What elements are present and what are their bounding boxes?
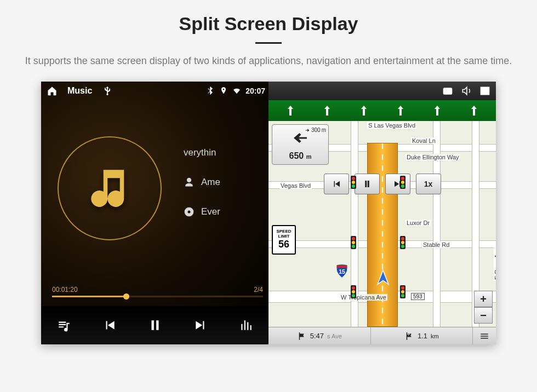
artist-name: Ame — [201, 177, 220, 188]
street-label: Stable Rd — [422, 241, 450, 248]
elapsed-time: 00:01:20 — [52, 286, 78, 293]
distance-badge: 593 — [411, 293, 425, 300]
usb-icon[interactable] — [102, 85, 113, 96]
traffic-light-icon — [400, 176, 405, 189]
eta-segment[interactable]: 5:47 s Ave — [268, 327, 371, 344]
navigation-pane: S Las Vegas Blvd Koval Ln Duke Ellington… — [268, 82, 496, 344]
home-icon[interactable] — [47, 85, 58, 96]
zoom-controls: + − — [474, 291, 493, 324]
device-screenshot: Music 20:07 verythin Ame Ever 00: — [41, 82, 496, 344]
volume-icon[interactable] — [461, 85, 472, 96]
track-counter: 2/4 — [254, 286, 263, 293]
lane-arrow-icon — [321, 104, 334, 117]
artist-icon — [184, 177, 195, 188]
map-canvas[interactable]: S Las Vegas Blvd Koval Ln Duke Ellington… — [268, 121, 496, 327]
svg-rect-7 — [408, 335, 409, 336]
title-underline — [255, 42, 282, 44]
music-header-label: Music — [67, 86, 92, 96]
eta-sub: s Ave — [327, 333, 342, 339]
track-info: verythin Ame Ever — [184, 147, 220, 217]
svg-point-1 — [447, 90, 449, 93]
street-label: S Las Vegas Blvd — [367, 122, 416, 129]
lane-arrow-icon — [284, 104, 297, 117]
album-art — [58, 136, 162, 240]
vehicle-cursor-icon — [374, 269, 392, 287]
street-label: Koval Ln — [411, 137, 437, 144]
eq-icon[interactable] — [239, 318, 253, 332]
checkered-flag-icon — [404, 331, 414, 341]
street-label: Vegas Blvd — [279, 182, 312, 189]
prev-track-icon[interactable] — [102, 318, 117, 332]
turn-instruction: 300m 650 m — [272, 124, 329, 165]
split-icon[interactable] — [479, 85, 490, 96]
lane-arrow-icon — [431, 104, 444, 117]
sim-rewind-button[interactable] — [324, 174, 349, 194]
sim-speed-button[interactable]: 1x — [416, 174, 441, 194]
music-pane: Music 20:07 verythin Ame Ever 00: — [41, 82, 268, 344]
sim-pause-button[interactable] — [355, 174, 380, 194]
playlist-icon[interactable] — [57, 318, 71, 332]
svg-text:15: 15 — [339, 268, 345, 275]
interstate-icon: 15 — [334, 263, 350, 279]
track-title: verythin — [184, 147, 216, 158]
turn-distance: 650 m — [289, 151, 312, 161]
remaining-distance: 1.1 — [418, 332, 427, 340]
progress-area: 00:01:20 2/4 — [52, 286, 263, 297]
nav-system-bar — [268, 82, 496, 100]
lane-arrow-icon — [394, 104, 407, 117]
svg-rect-3 — [485, 87, 489, 94]
sim-forward-button[interactable] — [385, 174, 410, 194]
street-label: Duke Ellington Way — [405, 154, 460, 160]
nav-bottom-bar: 5:47 s Ave 1.1 km — [268, 327, 496, 344]
street-label: W Tropicana Ave — [340, 294, 387, 301]
album-icon — [184, 206, 195, 217]
speed-limit-sign: SPEED LIMIT 56 — [272, 225, 296, 255]
lane-guidance — [268, 100, 496, 121]
street-label: Luxor Dr — [405, 220, 431, 226]
hero-subtitle: It supports the same screen display of t… — [0, 54, 537, 82]
zoom-in-button[interactable]: + — [474, 291, 493, 307]
pause-icon[interactable] — [148, 318, 162, 332]
wifi-icon — [232, 87, 241, 95]
svg-rect-5 — [407, 333, 408, 335]
player-controls — [41, 306, 268, 344]
traffic-light-icon — [351, 236, 356, 249]
flag-icon — [297, 331, 307, 341]
seek-bar-thumb[interactable] — [123, 293, 129, 299]
svg-rect-6 — [409, 333, 410, 335]
distance-segment[interactable]: 1.1 km — [371, 327, 473, 344]
bluetooth-icon — [206, 87, 215, 95]
svg-rect-2 — [481, 87, 485, 94]
next-turn-hint: 300m — [305, 127, 326, 133]
lane-arrow-icon — [357, 104, 370, 117]
distance-unit: km — [431, 333, 439, 339]
status-bar: 20:07 — [203, 82, 268, 100]
road — [433, 121, 441, 327]
sim-controls: 1x — [324, 174, 441, 194]
traffic-light-icon — [351, 285, 356, 298]
zoom-out-button[interactable]: − — [474, 307, 493, 324]
status-time: 20:07 — [245, 87, 265, 95]
lane-arrow-icon — [467, 104, 481, 117]
music-note-icon — [85, 164, 134, 213]
seek-bar[interactable] — [52, 296, 263, 297]
next-track-icon[interactable] — [193, 318, 208, 332]
hero-title: Split Screen Display — [0, 13, 537, 34]
traffic-light-icon — [400, 236, 405, 249]
street-label: E Reno Ave — [494, 247, 496, 281]
location-icon — [219, 87, 228, 95]
screenshot-icon[interactable] — [442, 85, 453, 96]
traffic-light-icon — [400, 285, 405, 298]
album-name: Ever — [201, 206, 220, 217]
menu-button[interactable] — [473, 327, 496, 344]
traffic-light-icon — [351, 176, 356, 189]
eta-value: 5:47 — [310, 332, 324, 340]
right-turn-icon — [305, 128, 310, 133]
seek-bar-fill — [52, 296, 126, 297]
hamburger-icon — [479, 331, 489, 341]
